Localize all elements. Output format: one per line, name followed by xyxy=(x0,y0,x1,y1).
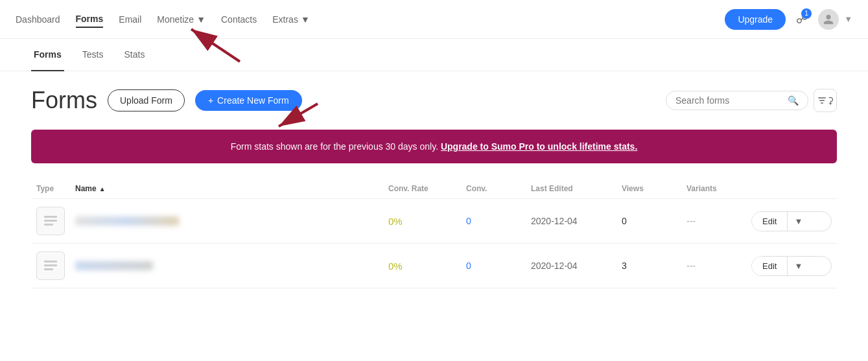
col-conv: Conv. xyxy=(461,184,526,193)
type-cell xyxy=(31,207,70,235)
views-cell-1: 0 xyxy=(616,216,681,226)
page-header: Forms Upload Form + Create New Form 🔍 ⚳ xyxy=(31,87,837,114)
user-name: ▼ xyxy=(844,14,852,24)
col-last-edited: Last Edited xyxy=(526,184,616,193)
nav-contacts[interactable]: Contacts xyxy=(221,12,257,27)
chevron-down-icon: ▼ xyxy=(196,14,205,25)
edit-btn-wrap-1: Edit ▼ xyxy=(751,211,832,231)
tab-forms[interactable]: Forms xyxy=(31,39,64,71)
filter-button[interactable]: ⚳ xyxy=(814,89,837,112)
blurred-form-name-2 xyxy=(75,261,153,270)
nav-dashboard[interactable]: Dashboard xyxy=(16,12,60,27)
nav-extras[interactable]: Extras ▼ xyxy=(272,12,310,27)
col-actions xyxy=(746,184,837,193)
actions-cell-2: Edit ▼ xyxy=(746,256,837,276)
page-header-right: 🔍 ⚳ xyxy=(666,89,837,112)
conv-cell-2: 0 xyxy=(461,261,526,271)
col-variants: Variants xyxy=(681,184,746,193)
name-cell-2 xyxy=(70,261,383,270)
upload-form-button[interactable]: Upload Form xyxy=(108,89,185,111)
svg-rect-5 xyxy=(44,261,57,262)
table-row: 0% 0 2020-12-04 3 --- Edit ▼ xyxy=(31,244,837,288)
tab-tests[interactable]: Tests xyxy=(80,39,106,71)
plus-icon: + xyxy=(208,95,213,106)
create-new-form-button[interactable]: + Create New Form xyxy=(195,90,302,111)
variants-cell-1: --- xyxy=(681,216,746,226)
views-cell-2: 3 xyxy=(616,261,681,271)
actions-cell-1: Edit ▼ xyxy=(746,211,837,231)
edit-btn-wrap-2: Edit ▼ xyxy=(751,256,832,276)
top-nav: Dashboard Forms Email Monetize ▼ Contact… xyxy=(0,0,868,39)
main-content: Forms Upload Form + Create New Form 🔍 ⚳ xyxy=(0,71,868,304)
sort-icon: ▲ xyxy=(99,185,106,192)
edit-button-1[interactable]: Edit xyxy=(752,212,788,231)
notification-bell[interactable]: ☍ 1 xyxy=(796,12,808,27)
search-input[interactable] xyxy=(675,95,782,106)
nav-forms[interactable]: Forms xyxy=(76,11,104,28)
col-name: Name ▲ xyxy=(70,184,383,193)
edit-dropdown-button-2[interactable]: ▼ xyxy=(788,257,809,275)
name-cell-1 xyxy=(70,216,383,226)
form-icon-2 xyxy=(36,251,65,280)
page-wrapper: Dashboard Forms Email Monetize ▼ Contact… xyxy=(0,0,868,361)
nav-links: Dashboard Forms Email Monetize ▼ Contact… xyxy=(16,11,310,28)
table-row: 0% 0 2020-12-04 0 --- Edit ▼ xyxy=(31,199,837,244)
edit-dropdown-button-1[interactable]: ▼ xyxy=(788,212,809,231)
notification-badge: 1 xyxy=(801,8,812,19)
table-header: Type Name ▲ Conv. Rate Conv. Last Edited… xyxy=(31,179,837,199)
svg-rect-3 xyxy=(44,220,57,222)
col-views: Views xyxy=(616,184,681,193)
chevron-down-icon-extras: ▼ xyxy=(301,14,310,25)
tab-stats[interactable]: Stats xyxy=(121,39,147,71)
user-menu[interactable]: ▼ xyxy=(818,9,852,30)
conv-rate-cell-1: 0% xyxy=(383,216,461,227)
svg-rect-6 xyxy=(44,264,57,266)
blurred-form-name-1 xyxy=(75,216,179,226)
col-type: Type xyxy=(31,184,70,193)
last-edited-cell-2: 2020-12-04 xyxy=(526,261,616,271)
upgrade-button[interactable]: Upgrade xyxy=(725,9,786,30)
last-edited-cell-1: 2020-12-04 xyxy=(526,216,616,226)
banner-text: Form stats shown are for the previous 30… xyxy=(231,141,438,152)
nav-right: Upgrade ☍ 1 ▼ xyxy=(725,9,852,30)
edit-button-2[interactable]: Edit xyxy=(752,257,788,275)
search-wrap: 🔍 xyxy=(666,91,808,110)
page-header-left: Forms Upload Form + Create New Form xyxy=(31,87,302,114)
conv-rate-cell-2: 0% xyxy=(383,261,461,272)
banner-upgrade-link[interactable]: Upgrade to Sumo Pro to unlock lifetime s… xyxy=(441,141,637,152)
sub-nav: Forms Tests Stats xyxy=(0,39,868,71)
promo-banner: Form stats shown are for the previous 30… xyxy=(31,130,837,163)
form-icon xyxy=(36,207,65,235)
search-icon: 🔍 xyxy=(788,95,799,106)
type-cell-2 xyxy=(31,251,70,280)
conv-cell-1: 0 xyxy=(461,216,526,226)
svg-rect-4 xyxy=(44,224,53,226)
page-title: Forms xyxy=(31,87,97,114)
nav-monetize[interactable]: Monetize ▼ xyxy=(157,12,205,27)
avatar xyxy=(818,9,839,30)
variants-cell-2: --- xyxy=(681,261,746,271)
svg-rect-2 xyxy=(44,216,57,218)
nav-email[interactable]: Email xyxy=(119,12,141,27)
col-conv-rate: Conv. Rate xyxy=(383,184,461,193)
svg-rect-7 xyxy=(44,268,53,270)
